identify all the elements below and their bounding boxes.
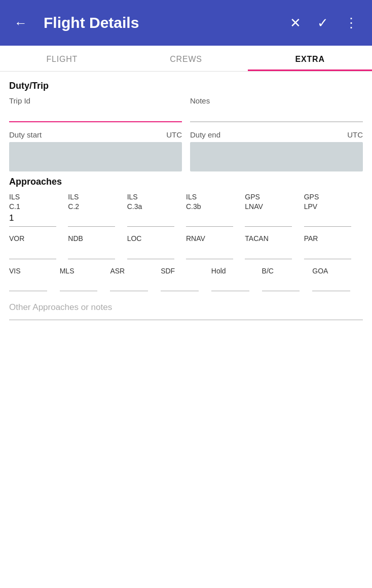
duty-end-input[interactable] xyxy=(190,142,363,171)
ils-c2-label: ILSC.2 xyxy=(68,192,127,211)
trip-notes-row: Trip Id Notes xyxy=(9,96,363,122)
mls-input[interactable] xyxy=(60,276,98,291)
ils-c1-input[interactable] xyxy=(9,212,56,227)
notes-group: Notes xyxy=(190,96,363,122)
duty-start-input[interactable] xyxy=(9,142,182,171)
approach-row1-labels: ILSC.1 ILSC.2 ILSC.3a ILSC.3b GPSLNAV GP… xyxy=(9,192,363,211)
tabs-bar: FLIGHT CREWS EXTRA xyxy=(0,46,372,72)
vor-label: VOR xyxy=(9,234,68,244)
more-button[interactable]: ⋮ xyxy=(340,12,363,34)
other-approaches-input[interactable] xyxy=(9,298,363,315)
approach-row1-inputs xyxy=(9,212,363,227)
gps-lnav-input[interactable] xyxy=(245,212,292,227)
ils-c3b-input[interactable] xyxy=(186,212,233,227)
vor-input[interactable] xyxy=(9,245,56,259)
gps-lpv-label: GPSLPV xyxy=(304,192,363,211)
duty-end-group: Duty end UTC xyxy=(190,130,363,171)
approach-row3-labels: VIS MLS ASR SDF Hold B/C GOA xyxy=(9,266,363,276)
duty-trip-section-title: Duty/Trip xyxy=(9,81,363,91)
tacan-input[interactable] xyxy=(245,245,292,259)
vis-input[interactable] xyxy=(9,276,47,291)
sdf-input[interactable] xyxy=(161,276,199,291)
close-button[interactable]: ✕ xyxy=(285,12,306,34)
ils-c3a-input[interactable] xyxy=(127,212,174,227)
notes-label: Notes xyxy=(190,96,363,105)
rnav-input[interactable] xyxy=(186,245,233,259)
notes-input[interactable] xyxy=(190,107,363,122)
approaches-section-title: Approaches xyxy=(9,177,363,187)
duty-times-row: Duty start UTC Duty end UTC xyxy=(9,130,363,171)
asr-label: ASR xyxy=(110,266,161,276)
content-area: Duty/Trip Trip Id Notes Duty start UTC D… xyxy=(0,72,372,330)
duty-start-label: Duty start xyxy=(9,130,42,139)
bc-label: B/C xyxy=(262,266,313,276)
par-label: PAR xyxy=(304,234,363,244)
trip-id-group: Trip Id xyxy=(9,96,182,122)
goa-label: GOA xyxy=(312,266,363,276)
ils-c1-label: ILSC.1 xyxy=(9,192,68,211)
ils-c2-input[interactable] xyxy=(68,212,115,227)
confirm-button[interactable]: ✓ xyxy=(312,12,333,34)
loc-input[interactable] xyxy=(127,245,174,259)
trip-id-input[interactable] xyxy=(9,107,182,122)
gps-lpv-input[interactable] xyxy=(304,212,351,227)
vis-label: VIS xyxy=(9,266,60,276)
tab-crews[interactable]: CREWS xyxy=(124,46,248,71)
header: ← Flight Details ✕ ✓ ⋮ xyxy=(0,0,372,46)
par-input[interactable] xyxy=(304,245,351,259)
ndb-label: NDB xyxy=(68,234,127,244)
tab-flight[interactable]: FLIGHT xyxy=(0,46,124,71)
ils-c3b-label: ILSC.3b xyxy=(186,192,245,211)
asr-input[interactable] xyxy=(110,276,148,291)
duty-start-group: Duty start UTC xyxy=(9,130,182,171)
approach-row3-inputs xyxy=(9,276,363,291)
approach-row2-inputs xyxy=(9,245,363,259)
approach-row2-labels: VOR NDB LOC RNAV TACAN PAR xyxy=(9,234,363,244)
ndb-input[interactable] xyxy=(68,245,115,259)
mls-label: MLS xyxy=(60,266,110,276)
page-title: Flight Details xyxy=(44,14,279,31)
loc-label: LOC xyxy=(127,234,186,244)
tacan-label: TACAN xyxy=(245,234,304,244)
other-approaches-group xyxy=(9,298,363,320)
ils-c3a-label: ILSC.3a xyxy=(127,192,186,211)
rnav-label: RNAV xyxy=(186,234,245,244)
trip-id-label: Trip Id xyxy=(9,96,182,105)
goa-input[interactable] xyxy=(312,276,350,291)
back-button[interactable]: ← xyxy=(9,12,32,34)
tab-extra[interactable]: EXTRA xyxy=(248,46,372,71)
gps-lnav-label: GPSLNAV xyxy=(245,192,304,211)
bc-input[interactable] xyxy=(262,276,300,291)
duty-start-utc: UTC xyxy=(166,130,182,139)
duty-end-utc: UTC xyxy=(347,130,363,139)
sdf-label: SDF xyxy=(161,266,211,276)
hold-input[interactable] xyxy=(211,276,249,291)
duty-end-label: Duty end xyxy=(190,130,220,139)
hold-label: Hold xyxy=(211,266,262,276)
